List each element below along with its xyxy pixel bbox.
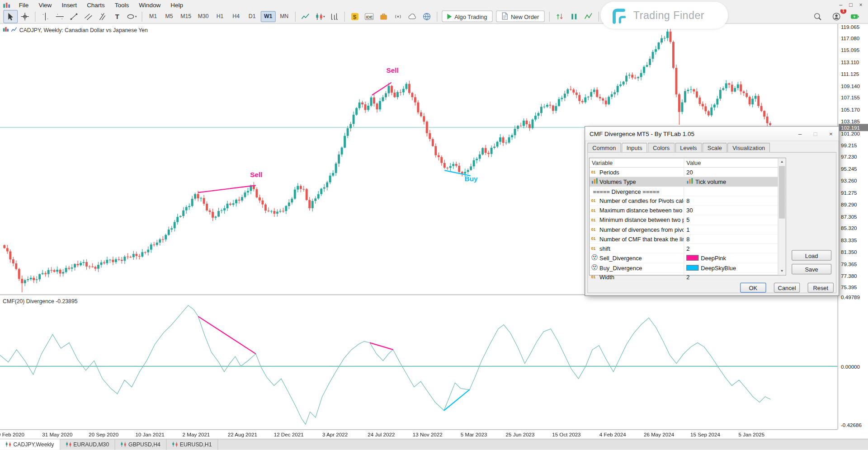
chart-tab-eurusd-h1[interactable]: EURUSD,H1 xyxy=(166,439,218,450)
dialog-title-bar[interactable]: CMF Divergence MT5 - By TFLab 1.05 – □ × xyxy=(585,127,839,141)
timeframe-H1[interactable]: H1 xyxy=(212,11,227,22)
menu-help[interactable]: Help xyxy=(165,1,188,9)
menu-view[interactable]: View xyxy=(33,1,57,9)
menu-file[interactable]: File xyxy=(14,1,34,9)
horizontal-line-icon[interactable] xyxy=(52,9,67,23)
dialog-close-button[interactable]: × xyxy=(823,127,839,140)
scroll-thumb[interactable] xyxy=(779,166,785,218)
channel-icon[interactable] xyxy=(81,9,96,23)
dialog-tab-inputs[interactable]: Inputs xyxy=(622,143,647,153)
save-button[interactable]: Save xyxy=(792,264,831,274)
time-axis[interactable]: 9 Feb 202031 May 202020 Sep 202010 Jan 2… xyxy=(0,429,838,439)
window-close-button[interactable]: × xyxy=(856,0,866,9)
dialog-tab-levels[interactable]: Levels xyxy=(675,143,702,152)
line-chart-icon[interactable] xyxy=(298,9,313,23)
param-row-9[interactable]: Sell_DivergenceDeepPink xyxy=(590,253,785,263)
chart-tab-gbpusd-h4[interactable]: GBPUSD,H4 xyxy=(115,439,167,450)
scroll-down-icon[interactable]: ▼ xyxy=(778,268,786,275)
crosshair-icon[interactable] xyxy=(18,9,32,23)
param-value[interactable]: DeepPink xyxy=(684,253,778,262)
table-scrollbar[interactable]: ▲ ▼ xyxy=(778,158,785,275)
param-value[interactable]: 8 xyxy=(684,196,778,205)
load-button[interactable]: Load xyxy=(792,250,831,260)
pitchfork-icon[interactable] xyxy=(96,9,110,23)
scroll-up-icon[interactable]: ▲ xyxy=(778,158,786,165)
param-value[interactable] xyxy=(684,187,778,196)
sort-icon[interactable] xyxy=(552,9,567,23)
cloud-icon[interactable] xyxy=(405,9,420,23)
signal-icon[interactable] xyxy=(391,9,405,23)
dialog-minimize-button[interactable]: – xyxy=(792,127,807,140)
divergence-sell[interactable]: Sell xyxy=(198,171,262,192)
timeframe-D1[interactable]: D1 xyxy=(245,11,259,22)
text-icon[interactable]: T xyxy=(110,9,125,23)
timeframe-H4[interactable]: H4 xyxy=(229,11,244,22)
table-header: Variable Value xyxy=(590,158,785,168)
globe-icon[interactable] xyxy=(420,9,434,23)
param-row-2[interactable]: ===== Divergence ===== xyxy=(590,187,785,196)
param-row-3[interactable]: 01Number of candles for Pivots calculati… xyxy=(590,196,785,206)
new-order-button[interactable]: New Order xyxy=(496,10,544,22)
param-row-5[interactable]: 01Minimum distance between two pivots5 xyxy=(590,216,785,225)
param-row-0[interactable]: 01Periods20 xyxy=(590,168,785,177)
ok-button[interactable]: OK xyxy=(740,283,766,293)
dialog-tab-common[interactable]: Common xyxy=(587,143,621,152)
param-value[interactable]: 5 xyxy=(684,216,778,225)
param-value[interactable]: 8 xyxy=(684,234,778,244)
timeframe-MN[interactable]: MN xyxy=(277,11,292,22)
timeframe-M1[interactable]: M1 xyxy=(146,11,160,22)
chart-tab-cadjpy-weekly[interactable]: CADJPY,Weekly xyxy=(0,439,60,450)
time-label: 10 Jan 2021 xyxy=(136,431,165,437)
param-row-10[interactable]: Buy_DivergenceDeepSkyBlue xyxy=(590,263,785,272)
shapes-icon[interactable]: ▾ xyxy=(125,9,139,23)
param-row-1[interactable]: Volumes TypeTick volume xyxy=(590,177,785,187)
algo-trading-button[interactable]: Algo Trading xyxy=(442,10,493,22)
battery-icon[interactable] xyxy=(848,9,863,23)
search-icon[interactable] xyxy=(811,9,825,23)
param-name: Sell_Divergence xyxy=(590,253,684,262)
menu-insert[interactable]: Insert xyxy=(57,1,82,9)
param-value[interactable]: Tick volume xyxy=(684,177,778,186)
timeframe-M15[interactable]: M15 xyxy=(178,11,194,22)
chart-tab-euraud-m30[interactable]: EURAUD,M30 xyxy=(60,439,115,450)
timeframe-M5[interactable]: M5 xyxy=(162,11,177,22)
cancel-button[interactable]: Cancel xyxy=(774,283,800,293)
dialog-tab-colors[interactable]: Colors xyxy=(648,143,675,152)
menu-charts[interactable]: Charts xyxy=(82,1,110,9)
param-row-4[interactable]: 01Maximum distance between two pivots30 xyxy=(590,206,785,216)
timeframe-M30[interactable]: M30 xyxy=(195,11,212,22)
param-value[interactable]: 2 xyxy=(684,244,778,253)
menu-window[interactable]: Window xyxy=(134,1,165,9)
dialog-tab-scale[interactable]: Scale xyxy=(703,143,727,152)
dialog-tab-visualization[interactable]: Visualization xyxy=(727,143,770,152)
param-row-8[interactable]: 01shift2 xyxy=(590,244,785,253)
cursor-icon[interactable] xyxy=(3,9,18,23)
pause-icon[interactable] xyxy=(566,9,581,23)
param-row-6[interactable]: 01Number of divergences from pivot1 xyxy=(590,225,785,234)
cmf-divergence-buy[interactable] xyxy=(444,390,469,411)
param-value[interactable]: DeepSkyBlue xyxy=(684,263,778,272)
param-value[interactable]: 2 xyxy=(684,272,778,281)
timeframe-W1[interactable]: W1 xyxy=(261,11,276,22)
bar-chart-icon[interactable] xyxy=(327,9,342,23)
zigzag-icon[interactable] xyxy=(581,9,595,23)
param-value[interactable]: 20 xyxy=(684,168,778,177)
param-row-11[interactable]: 01Width2 xyxy=(590,272,785,282)
price-axis[interactable]: 119.065117.080115.095113.110111.125109.1… xyxy=(838,24,868,430)
briefcase-icon[interactable] xyxy=(377,9,391,23)
menu-tools[interactable]: Tools xyxy=(110,1,134,9)
window-minimize-button[interactable]: – xyxy=(836,0,846,9)
dollar-icon[interactable]: $ xyxy=(348,9,362,23)
trendline-icon[interactable] xyxy=(67,9,81,23)
reset-button[interactable]: Reset xyxy=(808,283,834,293)
candle-chart-icon[interactable]: ▾ xyxy=(313,9,327,23)
param-value[interactable]: 1 xyxy=(684,225,778,234)
param-value[interactable]: 30 xyxy=(684,206,778,215)
param-name: 01Number of candles for Pivots calculati… xyxy=(590,196,684,205)
vertical-line-icon[interactable] xyxy=(38,9,52,23)
param-row-7[interactable]: 01Number of CMF that break the line8 xyxy=(590,234,785,244)
window-restore-button[interactable]: □ xyxy=(846,0,856,9)
cmf-divergence-sell[interactable] xyxy=(198,316,255,354)
ide-icon[interactable]: IDE xyxy=(362,9,377,23)
cmf-indicator-chart[interactable] xyxy=(0,295,838,429)
